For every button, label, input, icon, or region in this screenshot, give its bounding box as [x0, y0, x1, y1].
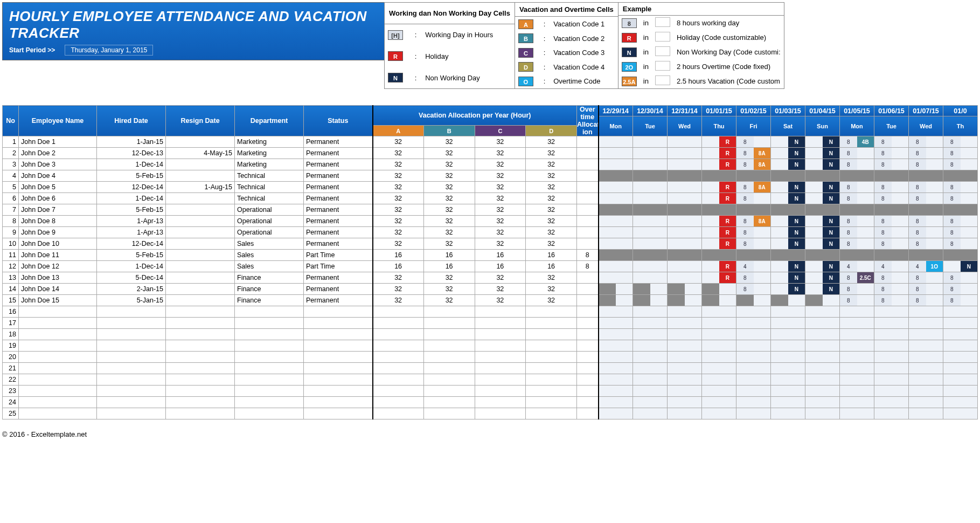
cell-alloc-d[interactable]: 32	[526, 170, 577, 182]
cell-alloc-b[interactable]: 32	[423, 182, 475, 193]
cell-hired[interactable]: 5-Feb-15	[97, 250, 166, 261]
employee-row[interactable]: 3John Doe 31-Dec-14MarketingPermanent323…	[3, 159, 978, 170]
cell-dept[interactable]: Operational	[235, 204, 304, 216]
day-cell[interactable]: 4	[874, 261, 909, 272]
cell-ot[interactable]	[577, 272, 599, 284]
day-cell[interactable]	[633, 238, 668, 250]
day-cell[interactable]	[633, 250, 668, 261]
day-cell[interactable]	[668, 159, 702, 170]
day-cell[interactable]: 8	[874, 284, 909, 295]
col-date[interactable]: 01/06/15	[874, 106, 909, 116]
col-day[interactable]: Mon	[599, 116, 633, 136]
cell-alloc-d[interactable]: 32	[526, 136, 577, 148]
day-cell[interactable]	[668, 204, 702, 216]
day-cell[interactable]	[702, 204, 736, 216]
day-cell[interactable]	[943, 170, 978, 182]
cell-alloc-a[interactable]: 32	[373, 204, 424, 216]
day-cell[interactable]	[633, 216, 668, 227]
day-cell[interactable]	[668, 170, 702, 182]
cell-alloc-b[interactable]: 32	[423, 148, 475, 159]
cell-status[interactable]: Permanent	[304, 148, 373, 159]
cell-alloc-a[interactable]: 32	[373, 148, 424, 159]
day-cell[interactable]	[909, 250, 943, 261]
day-cell[interactable]	[599, 261, 633, 272]
cell-ot[interactable]: 8	[577, 261, 599, 272]
cell-no[interactable]: 13	[3, 272, 19, 284]
employee-row[interactable]: 7John Doe 75-Feb-15OperationalPermanent3…	[3, 204, 978, 216]
cell-alloc-c[interactable]: 32	[475, 227, 526, 238]
col-day[interactable]: Fri	[736, 116, 771, 136]
day-cell[interactable]	[771, 295, 805, 306]
cell-no[interactable]: 4	[3, 170, 19, 182]
day-cell[interactable]: 8	[909, 284, 943, 295]
day-cell[interactable]	[633, 295, 668, 306]
cell-alloc-d[interactable]: 32	[526, 216, 577, 227]
cell-name[interactable]: John Doe 4	[19, 170, 97, 182]
cell-alloc-a[interactable]: 32	[373, 170, 424, 182]
day-cell[interactable]	[668, 227, 702, 238]
cell-hired[interactable]: 1-Apr-13	[97, 227, 166, 238]
cell-alloc-b[interactable]: 32	[423, 238, 475, 250]
day-cell[interactable]	[599, 295, 633, 306]
day-cell[interactable]: 88A	[736, 159, 771, 170]
day-cell[interactable]: 88A	[736, 216, 771, 227]
day-cell[interactable]	[668, 182, 702, 193]
col-date[interactable]: 12/31/14	[668, 106, 702, 116]
day-cell[interactable]	[599, 227, 633, 238]
cell-no[interactable]: 2	[3, 148, 19, 159]
empty-row[interactable]: 24	[3, 397, 978, 408]
cell-name[interactable]: John Doe 1	[19, 136, 97, 148]
day-cell[interactable]	[668, 250, 702, 261]
cell-alloc-b[interactable]: 32	[423, 136, 475, 148]
cell-alloc-d[interactable]: 32	[526, 159, 577, 170]
day-cell[interactable]: 8	[736, 284, 771, 295]
cell-resign[interactable]	[166, 238, 235, 250]
day-cell[interactable]: N	[805, 238, 840, 250]
day-cell[interactable]: N	[771, 136, 805, 148]
cell-dept[interactable]: Marketing	[235, 148, 304, 159]
col-date[interactable]: 01/0	[943, 106, 978, 116]
cell-status[interactable]: Permanent	[304, 238, 373, 250]
cell-alloc-c[interactable]: 32	[475, 136, 526, 148]
day-cell[interactable]	[599, 272, 633, 284]
col-date[interactable]: 01/03/15	[771, 106, 805, 116]
cell-hired[interactable]: 5-Jan-15	[97, 295, 166, 306]
cell-no[interactable]: 6	[3, 193, 19, 204]
cell-status[interactable]: Permanent	[304, 136, 373, 148]
cell-status[interactable]: Permanent	[304, 284, 373, 295]
cell-status[interactable]: Permanent	[304, 216, 373, 227]
cell-alloc-a[interactable]: 32	[373, 159, 424, 170]
day-cell[interactable]	[668, 238, 702, 250]
empty-row[interactable]: 18	[3, 329, 978, 340]
cell-name[interactable]: John Doe 2	[19, 148, 97, 159]
cell-ot[interactable]	[577, 159, 599, 170]
cell-hired[interactable]: 2-Jan-15	[97, 284, 166, 295]
day-cell[interactable]	[633, 272, 668, 284]
day-cell[interactable]	[668, 272, 702, 284]
cell-alloc-d[interactable]: 16	[526, 250, 577, 261]
cell-alloc-c[interactable]: 32	[475, 193, 526, 204]
cell-ot[interactable]	[577, 182, 599, 193]
cell-no[interactable]: 5	[3, 182, 19, 193]
day-cell[interactable]: 8	[840, 295, 874, 306]
day-cell[interactable]	[599, 148, 633, 159]
day-cell[interactable]: 84B	[840, 136, 874, 148]
empty-row[interactable]: 20	[3, 352, 978, 363]
day-cell[interactable]: 8	[909, 136, 943, 148]
day-cell[interactable]: R	[702, 182, 736, 193]
day-cell[interactable]: 8	[943, 136, 978, 148]
day-cell[interactable]	[702, 284, 736, 295]
day-cell[interactable]: N	[771, 261, 805, 272]
day-cell[interactable]: 8	[874, 295, 909, 306]
cell-alloc-a[interactable]: 32	[373, 295, 424, 306]
cell-dept[interactable]: Marketing	[235, 159, 304, 170]
day-cell[interactable]	[633, 193, 668, 204]
cell-alloc-b[interactable]: 32	[423, 272, 475, 284]
col-day[interactable]: Sun	[805, 116, 840, 136]
cell-name[interactable]: John Doe 14	[19, 284, 97, 295]
cell-hired[interactable]: 12-Dec-14	[97, 182, 166, 193]
day-cell[interactable]	[874, 170, 909, 182]
day-cell[interactable]: 82.5C	[840, 272, 874, 284]
cell-name[interactable]: John Doe 7	[19, 204, 97, 216]
cell-name[interactable]: John Doe 11	[19, 250, 97, 261]
